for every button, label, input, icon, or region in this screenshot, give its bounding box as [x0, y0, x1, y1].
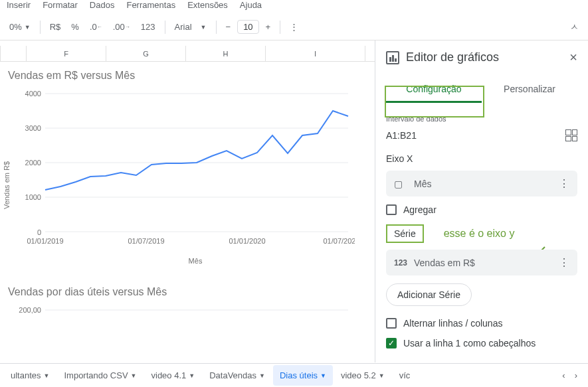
- tabs-scroll-left[interactable]: ‹: [562, 370, 565, 380]
- chart-editor-panel: Editor de gráficos × Configuração Person…: [375, 40, 588, 362]
- chart-line-series: [45, 111, 348, 190]
- chart-workdays-vs-month[interactable]: Vendas por dias úteis versus Mês 200,00: [3, 286, 375, 320]
- font-size-input[interactable]: 10: [237, 20, 258, 34]
- chart-title: Vendas em R$ versus Mês: [8, 70, 375, 82]
- chart-icon: [386, 51, 399, 64]
- x-axis-field[interactable]: ▢ Mês ⋮: [386, 171, 577, 196]
- more-toolbar[interactable]: ⋮: [286, 19, 302, 35]
- svg-text:4000: 4000: [25, 90, 41, 98]
- annotation-text: esse é o eixo y: [444, 228, 515, 240]
- format-123[interactable]: 123: [137, 19, 159, 35]
- sheet-tab-active[interactable]: Dias úteis▼: [273, 365, 333, 386]
- chart2-title: Vendas por dias úteis versus Mês: [8, 286, 375, 298]
- decrease-decimal[interactable]: .0←: [86, 19, 106, 35]
- x-axis-label: Mês: [189, 257, 203, 265]
- col-i[interactable]: I: [266, 46, 365, 61]
- select-range-icon[interactable]: [565, 129, 577, 141]
- toolbar-collapse[interactable]: ㅅ: [566, 19, 583, 36]
- chart-sales-vs-month[interactable]: Vendas em R$ versus Mês Vendas em R$ 0 1…: [3, 70, 375, 278]
- series-section-label: Série: [386, 224, 424, 243]
- svg-text:3000: 3000: [25, 124, 41, 132]
- font-size-dec[interactable]: −: [222, 19, 235, 35]
- column-headers: F G H I: [0, 46, 375, 62]
- menu-tools[interactable]: Ferramentas: [126, 0, 175, 10]
- swap-rows-cols-checkbox[interactable]: [386, 318, 397, 329]
- toolbar: 0%▼ R$ % .0← .00→ 123 Arial▼ − 10 + ⋮ ㅅ: [0, 14, 588, 40]
- svg-text:0: 0: [37, 228, 41, 236]
- aggregate-checkbox[interactable]: [386, 204, 397, 215]
- sheet-tab[interactable]: víc: [393, 365, 417, 386]
- y-axis-label: Vendas em R$: [3, 161, 11, 209]
- menu-data[interactable]: Dados: [90, 0, 115, 10]
- add-series-button[interactable]: Adicionar Série: [386, 283, 472, 306]
- menu-help[interactable]: Ajuda: [240, 0, 262, 10]
- x-ticks: 01/01/2019 01/07/2019 01/01/2020 01/07/2…: [27, 237, 355, 245]
- data-range-value[interactable]: A1:B21: [386, 130, 417, 141]
- use-row1-headers-checkbox[interactable]: ✓: [386, 338, 397, 348]
- sheet-tab[interactable]: video 4.1▼: [145, 365, 202, 386]
- menu-extensions[interactable]: Extensões: [187, 0, 228, 10]
- series-field[interactable]: 123 Vendas em R$ ⋮: [386, 250, 577, 275]
- svg-text:01/01/2020: 01/01/2020: [229, 237, 265, 245]
- col-g[interactable]: G: [106, 46, 186, 61]
- menu-format[interactable]: Formatar: [43, 0, 78, 10]
- number-icon: 123: [394, 258, 406, 268]
- svg-text:1000: 1000: [25, 193, 41, 201]
- swap-label: Alternar linhas / colunas: [403, 318, 502, 329]
- svg-text:01/01/2019: 01/01/2019: [27, 237, 63, 245]
- tabs-scroll-right[interactable]: ›: [575, 370, 577, 380]
- sheet-tabs-bar: ultantes▼ Importando CSV▼ video 4.1▼ Dat…: [0, 363, 588, 387]
- tab-customize[interactable]: Personalizar: [482, 77, 577, 103]
- svg-text:2000: 2000: [25, 159, 41, 167]
- font-size-inc[interactable]: +: [262, 19, 275, 35]
- sidebar-title: Editor de gráficos: [406, 50, 499, 64]
- svg-text:200,00: 200,00: [19, 306, 41, 314]
- format-currency[interactable]: R$: [46, 19, 65, 35]
- aggregate-label: Agregar: [403, 204, 437, 215]
- y-ticks: 0 1000 2000 3000 4000: [25, 90, 41, 236]
- svg-text:01/07/2019: 01/07/2019: [128, 237, 164, 245]
- sheet-tab[interactable]: DataVendas▼: [203, 365, 272, 386]
- close-icon[interactable]: ×: [569, 50, 577, 65]
- format-percent[interactable]: %: [67, 19, 83, 35]
- tab-setup[interactable]: Configuração: [386, 77, 482, 103]
- data-range-label: Intervalo de dados: [386, 115, 577, 123]
- calendar-icon: ▢: [394, 179, 406, 189]
- row1-header-label: Usar a linha 1 como cabeçalhos: [403, 338, 536, 348]
- x-axis-section: Eixo X: [386, 153, 577, 164]
- sheet-tab[interactable]: ultantes▼: [4, 365, 56, 386]
- font-select[interactable]: Arial▼: [171, 19, 211, 35]
- sheet-tab[interactable]: Importando CSV▼: [57, 365, 143, 386]
- menu-insert[interactable]: Inserir: [7, 0, 31, 10]
- sheet-tab[interactable]: video 5.2▼: [334, 365, 391, 386]
- svg-text:01/07/2020: 01/07/2020: [323, 237, 355, 245]
- zoom-select[interactable]: 0%▼: [5, 19, 35, 35]
- more-icon[interactable]: ⋮: [559, 256, 569, 269]
- col-h[interactable]: H: [186, 46, 266, 61]
- increase-decimal[interactable]: .00→: [109, 19, 134, 35]
- col-f[interactable]: F: [27, 46, 106, 61]
- more-icon[interactable]: ⋮: [559, 177, 569, 190]
